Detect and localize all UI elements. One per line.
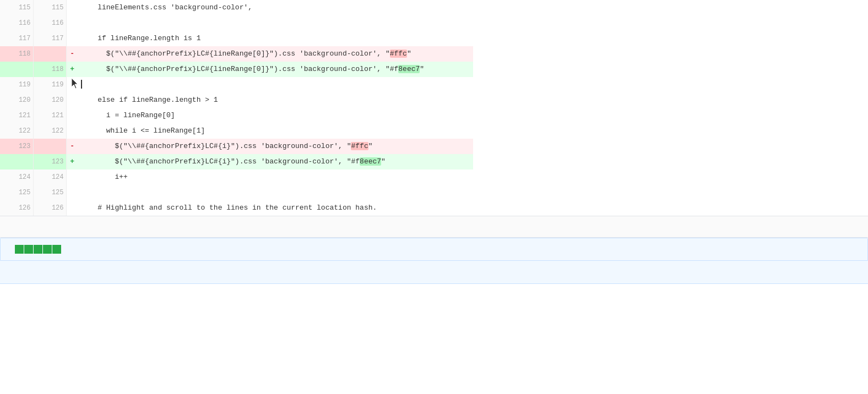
old-line-number: 122 bbox=[0, 123, 33, 139]
new-line-number: 123 bbox=[33, 154, 66, 169]
new-line-number: 119 bbox=[33, 77, 66, 92]
new-line-number: 115 bbox=[33, 0, 66, 15]
code-content: $("\\##{anchorPrefix}LC#{i}").css 'backg… bbox=[78, 154, 473, 169]
table-row: 116116 bbox=[0, 15, 868, 31]
table-row: 121121 i = lineRange[0] bbox=[0, 108, 868, 123]
code-content: else if lineRange.length > 1 bbox=[78, 92, 473, 108]
table-row: 117117 if lineRange.length is 1 bbox=[0, 31, 868, 46]
diff-sign bbox=[66, 0, 78, 15]
code-content: i++ bbox=[78, 169, 473, 185]
stat-block bbox=[24, 245, 33, 254]
table-row: 123+ $("\\##{anchorPrefix}LC#{i}").css '… bbox=[0, 154, 868, 169]
new-line-number: 121 bbox=[33, 108, 66, 123]
code-content bbox=[78, 77, 473, 92]
old-line-number: 116 bbox=[0, 15, 33, 31]
diff-sign bbox=[66, 169, 78, 185]
old-line-number bbox=[0, 62, 33, 77]
table-row: 118+ $("\\##{anchorPrefix}LC#{lineRange[… bbox=[0, 62, 868, 77]
diff-sign: + bbox=[66, 62, 78, 77]
diff-separator[interactable] bbox=[0, 216, 868, 238]
code-content: $("\\##{anchorPrefix}LC#{lineRange[0]}")… bbox=[78, 62, 473, 77]
code-content bbox=[78, 15, 473, 31]
file-section bbox=[0, 238, 868, 284]
diff-sign bbox=[66, 123, 78, 139]
new-line-number: 126 bbox=[33, 200, 66, 216]
code-content: while i <= lineRange[1] bbox=[78, 123, 473, 139]
code-content: if lineRange.length is 1 bbox=[78, 31, 473, 46]
diff-sign bbox=[66, 185, 78, 200]
code-content: # Highlight and scroll to the lines in t… bbox=[78, 200, 473, 216]
table-row: 120120 else if lineRange.length > 1 bbox=[0, 92, 868, 108]
new-line-number bbox=[33, 46, 66, 62]
diff-sign bbox=[66, 31, 78, 46]
table-row: 119119 bbox=[0, 77, 868, 92]
stat-block bbox=[43, 245, 52, 254]
stat-block bbox=[34, 245, 42, 254]
diff-sign: - bbox=[66, 139, 78, 154]
diff-table: 115115 lineElements.css 'background-colo… bbox=[0, 0, 868, 216]
diff-sign bbox=[66, 92, 78, 108]
new-line-number: 118 bbox=[33, 62, 66, 77]
table-row: 122122 while i <= lineRange[1] bbox=[0, 123, 868, 139]
old-line-number bbox=[0, 154, 33, 169]
old-line-number: 115 bbox=[0, 0, 33, 15]
hunk-header bbox=[0, 261, 868, 284]
diff-sign bbox=[66, 108, 78, 123]
old-line-number: 124 bbox=[0, 169, 33, 185]
old-line-number: 119 bbox=[0, 77, 33, 92]
diff-sign bbox=[66, 77, 78, 92]
code-content: lineElements.css 'background-color', bbox=[78, 0, 473, 15]
new-line-number: 124 bbox=[33, 169, 66, 185]
old-line-number: 118 bbox=[0, 46, 33, 62]
old-line-number: 126 bbox=[0, 200, 33, 216]
old-line-number: 125 bbox=[0, 185, 33, 200]
diff-sign: + bbox=[66, 154, 78, 169]
new-line-number: 125 bbox=[33, 185, 66, 200]
old-line-number: 117 bbox=[0, 31, 33, 46]
old-line-number: 120 bbox=[0, 92, 33, 108]
file-stat-bar bbox=[15, 245, 61, 254]
file-header bbox=[0, 238, 868, 261]
table-row: 118- $("\\##{anchorPrefix}LC#{lineRange[… bbox=[0, 46, 868, 62]
new-line-number bbox=[33, 139, 66, 154]
old-line-number: 121 bbox=[0, 108, 33, 123]
code-content: i = lineRange[0] bbox=[78, 108, 473, 123]
deleted-highlight: #ffc bbox=[390, 50, 407, 58]
table-row: 126126 # Highlight and scroll to the lin… bbox=[0, 200, 868, 216]
new-line-number: 120 bbox=[33, 92, 66, 108]
code-content: $("\\##{anchorPrefix}LC#{lineRange[0]}")… bbox=[78, 46, 473, 62]
diff-sign: - bbox=[66, 46, 78, 62]
table-row: 123- $("\\##{anchorPrefix}LC#{i}").css '… bbox=[0, 139, 868, 154]
diff-container: 115115 lineElements.css 'background-colo… bbox=[0, 0, 868, 394]
old-line-number: 123 bbox=[0, 139, 33, 154]
code-content: $("\\##{anchorPrefix}LC#{i}").css 'backg… bbox=[78, 139, 473, 154]
text-cursor bbox=[81, 80, 82, 89]
new-line-number: 117 bbox=[33, 31, 66, 46]
added-highlight: 8eec7 bbox=[398, 65, 420, 73]
new-line-number: 116 bbox=[33, 15, 66, 31]
stat-block bbox=[52, 245, 61, 254]
stat-block bbox=[15, 245, 24, 254]
deleted-highlight: #ffc bbox=[351, 142, 368, 150]
diff-sign bbox=[66, 15, 78, 31]
added-highlight: 8eec7 bbox=[360, 157, 381, 166]
table-row: 125125 bbox=[0, 185, 868, 200]
code-content bbox=[78, 185, 473, 200]
new-line-number: 122 bbox=[33, 123, 66, 139]
table-row: 124124 i++ bbox=[0, 169, 868, 185]
diff-sign bbox=[66, 200, 78, 216]
table-row: 115115 lineElements.css 'background-colo… bbox=[0, 0, 868, 15]
